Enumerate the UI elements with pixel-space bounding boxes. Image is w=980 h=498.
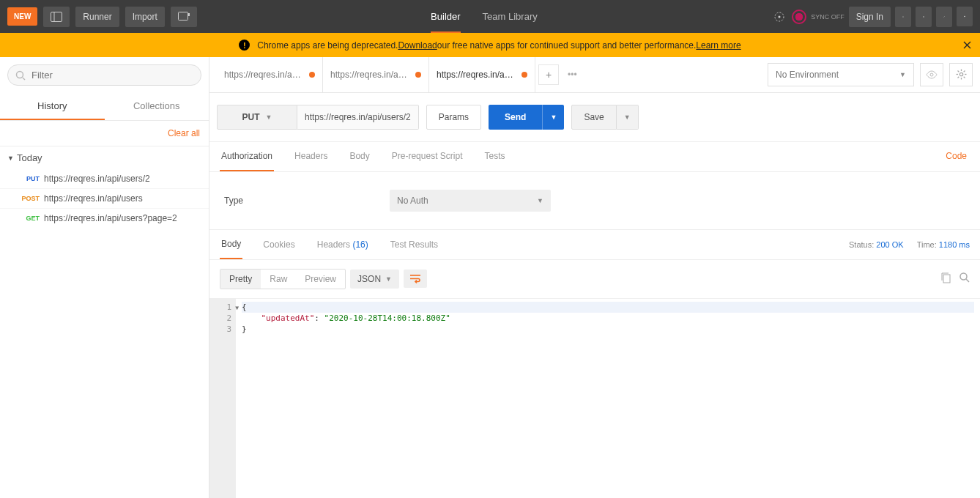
topbar-left: NEW Runner Import	[7, 7, 197, 27]
topbar: NEW Runner Import Builder Team Library S…	[0, 0, 980, 33]
auth-type-selector[interactable]: No Auth ▼	[390, 190, 551, 212]
request-tab[interactable]: https://reqres.in/api/u	[429, 57, 535, 92]
environment-manage-button[interactable]	[949, 63, 973, 86]
request-tab-label: https://reqres.in/api/u	[330, 70, 411, 80]
new-window-button[interactable]	[171, 7, 197, 27]
proxy-button[interactable]	[895, 7, 911, 27]
resp-tab-headers[interactable]: Headers (16)	[316, 231, 370, 259]
status-value: 200 OK	[876, 240, 903, 249]
view-raw[interactable]: Raw	[261, 270, 296, 289]
chevron-down-icon: ▼	[899, 71, 906, 78]
svg-line-24	[957, 77, 959, 78]
eye-icon	[926, 70, 938, 79]
search-response-button[interactable]	[959, 272, 970, 286]
auth-panel: Type No Auth ▼	[209, 172, 980, 230]
add-tab-button[interactable]: +	[538, 64, 559, 85]
settings-button[interactable]	[936, 7, 952, 27]
import-button[interactable]: Import	[125, 7, 165, 27]
gutter-line: 3	[214, 324, 231, 335]
new-button[interactable]: NEW	[7, 7, 37, 26]
filter-input[interactable]	[31, 70, 193, 81]
tab-overflow-button[interactable]: •••	[562, 70, 583, 80]
gutter-line: 1	[226, 302, 231, 312]
tab-team-library[interactable]: Team Library	[483, 1, 538, 33]
subtab-tests[interactable]: Tests	[483, 142, 506, 171]
resp-tab-tests[interactable]: Test Results	[389, 231, 439, 259]
code-token: }	[242, 324, 247, 334]
sidebar: History Collections Clear all ▼ Today PU…	[0, 57, 209, 498]
environment-quicklook-button[interactable]	[920, 63, 943, 86]
view-preview[interactable]: Preview	[296, 270, 345, 289]
svg-point-27	[960, 273, 967, 280]
send-split-button[interactable]: ▼	[542, 105, 564, 130]
copy-icon	[940, 272, 951, 283]
history-group-today[interactable]: ▼ Today	[0, 146, 209, 169]
code-link[interactable]: Code	[943, 142, 970, 171]
resp-headers-count: (16)	[352, 239, 368, 250]
history-url: https://reqres.in/api/users	[44, 193, 143, 204]
format-selector[interactable]: JSON ▼	[350, 270, 399, 289]
params-button[interactable]: Params	[426, 105, 481, 130]
wrap-lines-button[interactable]	[404, 270, 427, 288]
clear-all-button[interactable]: Clear all	[0, 121, 209, 146]
history-item[interactable]: GEThttps://reqres.in/api/users?page=2	[0, 208, 209, 228]
history-item[interactable]: POSThttps://reqres.in/api/users	[0, 188, 209, 208]
request-tab[interactable]: https://reqres.in/api/u	[323, 57, 429, 92]
auth-type-value: No Auth	[397, 196, 428, 206]
view-pretty[interactable]: Pretty	[220, 270, 261, 289]
history-method: GET	[16, 215, 40, 222]
code-token: :	[314, 313, 324, 323]
chevron-down-icon: ▼	[266, 114, 272, 121]
history-item[interactable]: PUThttps://reqres.in/api/users/2	[0, 169, 209, 188]
toggle-sidebar-button[interactable]	[43, 7, 70, 27]
fold-icon[interactable]: ▼	[235, 302, 239, 313]
subtab-body[interactable]: Body	[348, 142, 371, 171]
chevron-down-icon: ▼	[385, 275, 392, 283]
filter-box[interactable]	[7, 64, 201, 86]
sync-status[interactable]: SYNC OFF	[792, 10, 844, 24]
history-method: POST	[16, 195, 40, 202]
runner-button[interactable]: Runner	[75, 7, 119, 27]
notifications-button[interactable]	[916, 7, 932, 27]
banner-text-pre: Chrome apps are being deprecated.	[257, 40, 398, 51]
sidebar-tab-collections[interactable]: Collections	[105, 93, 209, 120]
svg-line-14	[23, 78, 25, 80]
save-split-button[interactable]: ▼	[617, 105, 639, 130]
save-button[interactable]: Save	[571, 105, 616, 130]
sidebar-tab-history[interactable]: History	[0, 93, 105, 120]
wrench-icon	[943, 12, 945, 22]
method-selector[interactable]: PUT ▼	[217, 105, 297, 130]
resp-tab-body[interactable]: Body	[220, 230, 242, 259]
download-link[interactable]: Download	[398, 40, 437, 51]
code-token: "updatedAt"	[261, 313, 315, 323]
code-lines[interactable]: { "updatedAt": "2020-10-28T14:00:18.800Z…	[236, 299, 980, 498]
capture-button[interactable]	[771, 9, 787, 25]
favorite-button[interactable]	[957, 7, 973, 26]
learn-more-link[interactable]: Learn more	[696, 40, 740, 51]
sync-icon	[792, 10, 806, 24]
subtab-authorization[interactable]: Authorization	[220, 142, 274, 171]
globe-icon	[902, 12, 904, 22]
dirty-indicator-icon	[309, 72, 315, 78]
svg-line-23	[963, 71, 965, 73]
chevron-down-icon: ▼	[624, 114, 631, 121]
subtab-headers[interactable]: Headers	[293, 142, 329, 171]
environment-selector[interactable]: No Environment ▼	[768, 63, 914, 86]
svg-point-15	[930, 73, 933, 76]
sign-in-button[interactable]: Sign In	[849, 7, 891, 27]
url-input[interactable]: https://reqres.in/api/users/2	[297, 105, 419, 130]
response-meta: Status: 200 OK Time: 1180 ms	[849, 240, 970, 249]
warning-icon: !	[239, 40, 250, 51]
resp-tab-cookies[interactable]: Cookies	[261, 231, 296, 259]
send-button[interactable]: Send	[489, 105, 542, 130]
environment-area: No Environment ▼	[768, 63, 973, 86]
tab-builder[interactable]: Builder	[431, 1, 460, 33]
time-label: Time:	[917, 240, 937, 249]
request-tab[interactable]: https://reqres.in/api/u	[217, 57, 323, 92]
copy-button[interactable]	[940, 272, 951, 286]
svg-rect-0	[51, 12, 62, 21]
subtab-prerequest[interactable]: Pre-request Script	[390, 142, 464, 171]
svg-point-16	[959, 73, 962, 76]
close-banner-button[interactable]	[963, 40, 971, 51]
url-value: https://reqres.in/api/users/2	[305, 112, 411, 122]
